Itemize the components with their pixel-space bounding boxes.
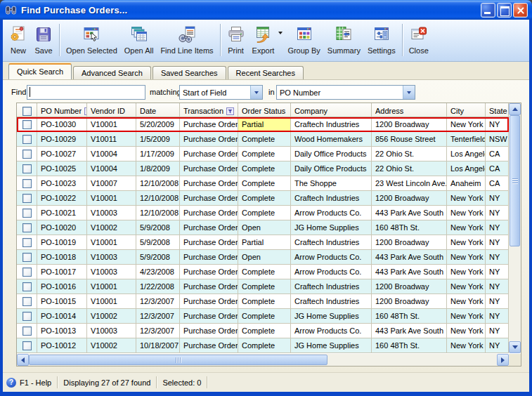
table-row[interactable]: PO-10020V100025/9/2008Purchase OrderOpen…	[17, 220, 509, 235]
table-row[interactable]: PO-10025V100041/8/2009Purchase OrderComp…	[17, 161, 509, 176]
cell-state: NY	[486, 235, 509, 250]
cell-transaction: Purchase Order	[180, 117, 238, 132]
tab-saved-searches[interactable]: Saved Searches	[153, 66, 226, 79]
cell-address: 1200 Broadway	[372, 235, 447, 250]
table-row[interactable]: PO-10029V100111/5/2009Purchase OrderComp…	[17, 132, 509, 147]
row-checkbox[interactable]	[22, 120, 32, 129]
table-row[interactable]: PO-10013V1000312/3/2007Purchase OrderCom…	[17, 324, 509, 338]
table-row[interactable]: PO-10016V100011/22/2008Purchase OrderCom…	[17, 279, 509, 294]
summary-button[interactable]: Summary	[324, 22, 364, 56]
print-button[interactable]: Print	[223, 22, 249, 56]
scroll-left-button[interactable]	[17, 354, 29, 366]
row-checkbox[interactable]	[22, 209, 32, 218]
cell-vendor-id: V10002	[87, 338, 136, 353]
row-checkbox[interactable]	[22, 135, 32, 144]
vertical-scrollbar-thumb[interactable]	[510, 115, 520, 246]
cell-order-status: Complete	[238, 206, 291, 220]
chevron-down-icon	[254, 91, 259, 94]
horizontal-scrollbar-thumb[interactable]	[29, 355, 327, 365]
arrow-right-icon	[501, 357, 505, 363]
cell-vendor-id: V10001	[87, 294, 136, 309]
export-dropdown-arrow[interactable]	[278, 32, 283, 34]
close-window-button[interactable]: Close	[406, 22, 432, 56]
table-row[interactable]: PO-10027V100041/17/2009Purchase OrderCom…	[17, 147, 509, 161]
settings-button[interactable]: Settings	[364, 22, 399, 56]
table-row[interactable]: PO-10030V100015/20/2009Purchase OrderPar…	[17, 117, 509, 132]
new-button[interactable]: New	[6, 22, 31, 56]
column-header-vendor-id[interactable]: Vendor ID	[87, 103, 136, 117]
column-header-address[interactable]: Address	[372, 103, 447, 117]
select-all-checkbox[interactable]	[22, 107, 32, 116]
scroll-up-button[interactable]	[509, 103, 521, 115]
group-by-button[interactable]: Group By	[284, 22, 323, 56]
combo-dropdown-button[interactable]	[403, 86, 415, 99]
scroll-right-button[interactable]	[497, 354, 509, 366]
cell-order-status: Open	[238, 250, 291, 265]
in-field-combobox[interactable]: PO Number	[276, 85, 415, 100]
table-row[interactable]: PO-10012V1000210/18/2007Purchase OrderCo…	[17, 338, 509, 353]
vertical-scrollbar[interactable]	[509, 103, 521, 353]
row-checkbox[interactable]	[22, 164, 32, 173]
column-header-city[interactable]: City	[447, 103, 486, 117]
matching-combobox[interactable]: Start of Field	[179, 85, 263, 100]
table-row[interactable]: PO-10014V1000212/3/2007Purchase OrderCom…	[17, 309, 509, 324]
cell-order-status: Complete	[238, 294, 291, 309]
save-button[interactable]: Save	[31, 22, 56, 56]
statusbar-separator	[156, 376, 157, 388]
filter-icon[interactable]	[226, 107, 234, 115]
cell-address: 160 48Th St.	[372, 220, 447, 235]
table-row[interactable]: PO-10017V100034/23/2008Purchase OrderCom…	[17, 265, 509, 279]
close-button[interactable]	[513, 3, 528, 18]
row-checkbox[interactable]	[22, 238, 32, 247]
row-checkbox[interactable]	[22, 268, 32, 277]
row-checkbox[interactable]	[22, 282, 32, 291]
cell-po-number: PO-10025	[37, 161, 87, 176]
row-checkbox[interactable]	[22, 253, 32, 262]
row-checkbox[interactable]	[22, 312, 32, 321]
row-checkbox[interactable]	[22, 179, 32, 188]
open-selected-button[interactable]: Open Selected	[63, 22, 121, 56]
tab-quick-search[interactable]: Quick Search	[8, 63, 72, 79]
column-header-date[interactable]: Date	[136, 103, 180, 117]
table-row[interactable]: PO-10022V1000112/10/2008Purchase OrderCo…	[17, 191, 509, 206]
column-header-company[interactable]: Company	[291, 103, 372, 117]
column-header-state[interactable]: State	[486, 103, 509, 117]
row-checkbox[interactable]	[22, 297, 32, 306]
minimize-button[interactable]	[481, 3, 495, 18]
cell-transaction: Purchase Order	[180, 279, 238, 294]
column-header-order-status[interactable]: Order Status	[238, 103, 291, 117]
row-checkbox[interactable]	[22, 194, 32, 203]
open-all-button[interactable]: Open All	[121, 22, 157, 56]
find-line-items-button[interactable]: Find Line Items	[157, 22, 216, 56]
table-row[interactable]: PO-10019V100015/9/2008Purchase OrderPart…	[17, 235, 509, 250]
table-row[interactable]: PO-10021V1000312/10/2008Purchase OrderCo…	[17, 206, 509, 220]
tab-advanced-search[interactable]: Advanced Search	[73, 66, 151, 79]
table-row[interactable]: PO-10015V1000112/3/2007Purchase OrderCom…	[17, 294, 509, 309]
cell-vendor-id: V10003	[87, 265, 136, 279]
summary-table-icon	[335, 24, 353, 45]
scroll-down-button[interactable]	[509, 341, 521, 353]
cell-po-number: PO-10012	[37, 338, 87, 353]
cell-company: Arrow Products Co.	[291, 265, 372, 279]
tab-recent-searches[interactable]: Recent Searches	[228, 66, 304, 79]
table-row[interactable]: PO-10023V1000712/10/2008Purchase OrderCo…	[17, 176, 509, 191]
cell-po-number: PO-10018	[37, 250, 87, 265]
column-header-transaction[interactable]: Transaction	[180, 103, 238, 117]
row-checkbox[interactable]	[22, 150, 32, 159]
cell-po-number: PO-10014	[37, 309, 87, 324]
cell-address: 443 Park Ave South	[372, 324, 447, 338]
titlebar[interactable]: Find Purchase Orders...	[0, 0, 532, 20]
row-checkbox[interactable]	[22, 341, 32, 350]
find-input[interactable]	[27, 85, 145, 100]
cell-date: 5/9/2008	[136, 250, 180, 265]
export-button[interactable]: Export	[249, 22, 278, 56]
column-header-po-number[interactable]: PO Number	[37, 103, 87, 117]
row-checkbox[interactable]	[22, 326, 32, 336]
cell-state: NY	[486, 206, 509, 220]
window-title: Find Purchase Orders...	[21, 5, 127, 15]
combo-dropdown-button[interactable]	[250, 86, 262, 99]
maximize-button[interactable]	[497, 3, 512, 18]
horizontal-scrollbar[interactable]	[17, 354, 509, 366]
table-row[interactable]: PO-10018V100035/9/2008Purchase OrderOpen…	[17, 250, 509, 265]
row-checkbox[interactable]	[22, 223, 32, 232]
